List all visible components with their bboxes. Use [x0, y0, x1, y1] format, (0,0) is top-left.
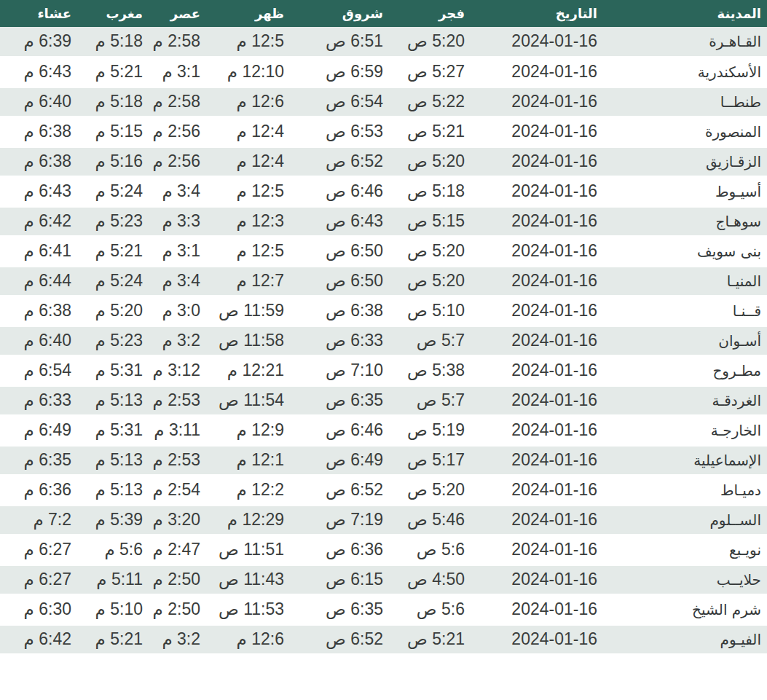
city-cell: الفيـوم — [605, 624, 767, 654]
city-cell: قــنـا — [605, 296, 767, 326]
maghrib-cell: 5:11 م — [79, 565, 150, 594]
table-row: سوهـاج 2024-01-16 5:15 ص 6:43 ص 12:3 م 3… — [0, 206, 767, 236]
asr-cell: 3:11 م — [150, 415, 208, 445]
dhuhr-cell: 12:6 م — [208, 87, 291, 117]
header-row: المدينة التاريخ فجر شروق ظهر عصر مغرب عش… — [0, 0, 767, 27]
sunrise-cell: 6:51 ص — [291, 27, 390, 57]
dhuhr-cell: 12:21 م — [208, 355, 291, 385]
table-row: القـاهـرة 2024-01-16 5:20 ص 6:51 ص 12:5 … — [0, 27, 767, 57]
table-row: أسـوان 2024-01-16 5:7 ص 6:33 ص 11:58 ص 3… — [0, 326, 767, 355]
date-cell: 2024-01-16 — [472, 565, 605, 594]
asr-cell: 3:2 م — [150, 326, 208, 355]
asr-cell: 2:50 م — [150, 565, 208, 594]
fajr-cell: 5:20 ص — [390, 236, 472, 266]
date-cell: 2024-01-16 — [472, 146, 605, 176]
table-row: حلايــب 2024-01-16 4:50 ص 6:15 ص 11:43 ص… — [0, 565, 767, 594]
city-cell: طنطــا — [605, 87, 767, 117]
date-cell: 2024-01-16 — [472, 236, 605, 266]
isha-cell: 6:41 م — [0, 236, 79, 266]
table-row: الغردقـة 2024-01-16 5:7 ص 6:35 ص 11:54 ص… — [0, 385, 767, 415]
city-cell: نويـبع — [605, 535, 767, 565]
table-row: الخارجـة 2024-01-16 5:19 ص 6:46 ص 12:9 م… — [0, 415, 767, 445]
sunrise-cell: 7:10 ص — [291, 355, 390, 385]
isha-cell: 6:42 م — [0, 206, 79, 236]
table-row: بنى سويف 2024-01-16 5:20 ص 6:50 ص 12:5 م… — [0, 236, 767, 266]
sunrise-cell: 6:15 ص — [291, 565, 390, 594]
isha-cell: 6:42 م — [0, 624, 79, 654]
isha-cell: 6:38 م — [0, 296, 79, 326]
date-cell: 2024-01-16 — [472, 57, 605, 87]
dhuhr-cell: 12:29 م — [208, 505, 291, 535]
sunrise-cell: 6:35 ص — [291, 385, 390, 415]
asr-cell: 3:0 م — [150, 296, 208, 326]
city-cell: الخارجـة — [605, 415, 767, 445]
header-sunrise: شروق — [291, 0, 390, 27]
sunrise-cell: 6:53 ص — [291, 117, 390, 146]
dhuhr-cell: 11:58 ص — [208, 326, 291, 355]
city-cell: الســلوم — [605, 505, 767, 535]
dhuhr-cell: 12:9 م — [208, 415, 291, 445]
fajr-cell: 5:7 ص — [390, 385, 472, 415]
dhuhr-cell: 12:7 م — [208, 266, 291, 296]
sunrise-cell: 6:52 ص — [291, 624, 390, 654]
maghrib-cell: 5:15 م — [79, 117, 150, 146]
maghrib-cell: 5:23 م — [79, 206, 150, 236]
sunrise-cell: 6:52 ص — [291, 475, 390, 505]
fajr-cell: 5:18 ص — [390, 176, 472, 206]
city-cell: شرم الشيخ — [605, 594, 767, 624]
date-cell: 2024-01-16 — [472, 206, 605, 236]
date-cell: 2024-01-16 — [472, 624, 605, 654]
asr-cell: 3:12 م — [150, 355, 208, 385]
dhuhr-cell: 12:4 م — [208, 117, 291, 146]
isha-cell: 6:44 م — [0, 266, 79, 296]
asr-cell: 3:3 م — [150, 206, 208, 236]
fajr-cell: 5:46 ص — [390, 505, 472, 535]
isha-cell: 7:2 م — [0, 505, 79, 535]
dhuhr-cell: 11:59 ص — [208, 296, 291, 326]
table-row: المنصورة 2024-01-16 5:21 ص 6:53 ص 12:4 م… — [0, 117, 767, 146]
city-cell: أسـوان — [605, 326, 767, 355]
isha-cell: 6:36 م — [0, 475, 79, 505]
dhuhr-cell: 11:43 ص — [208, 565, 291, 594]
maghrib-cell: 5:13 م — [79, 445, 150, 475]
date-cell: 2024-01-16 — [472, 355, 605, 385]
asr-cell: 2:50 م — [150, 594, 208, 624]
maghrib-cell: 5:13 م — [79, 385, 150, 415]
maghrib-cell: 5:31 م — [79, 415, 150, 445]
city-cell: أسيـوط — [605, 176, 767, 206]
date-cell: 2024-01-16 — [472, 445, 605, 475]
isha-cell: 6:40 م — [0, 326, 79, 355]
sunrise-cell: 6:49 ص — [291, 445, 390, 475]
date-cell: 2024-01-16 — [472, 27, 605, 57]
fajr-cell: 5:15 ص — [390, 206, 472, 236]
dhuhr-cell: 11:53 ص — [208, 594, 291, 624]
header-fajr: فجر — [390, 0, 472, 27]
header-dhuhr: ظهر — [208, 0, 291, 27]
fajr-cell: 5:20 ص — [390, 146, 472, 176]
maghrib-cell: 5:6 م — [79, 535, 150, 565]
asr-cell: 2:47 م — [150, 535, 208, 565]
city-cell: الأسكندرية — [605, 57, 767, 87]
date-cell: 2024-01-16 — [472, 326, 605, 355]
table-body: القـاهـرة 2024-01-16 5:20 ص 6:51 ص 12:5 … — [0, 27, 767, 654]
city-cell: المنصورة — [605, 117, 767, 146]
table-row: طنطــا 2024-01-16 5:22 ص 6:54 ص 12:6 م 2… — [0, 87, 767, 117]
fajr-cell: 5:21 ص — [390, 117, 472, 146]
date-cell: 2024-01-16 — [472, 296, 605, 326]
city-cell: الغردقـة — [605, 385, 767, 415]
dhuhr-cell: 12:6 م — [208, 624, 291, 654]
asr-cell: 2:54 م — [150, 475, 208, 505]
table-row: المنيـا 2024-01-16 5:20 ص 6:50 ص 12:7 م … — [0, 266, 767, 296]
city-cell: المنيـا — [605, 266, 767, 296]
table-header: المدينة التاريخ فجر شروق ظهر عصر مغرب عش… — [0, 0, 767, 27]
isha-cell: 6:30 م — [0, 594, 79, 624]
date-cell: 2024-01-16 — [472, 415, 605, 445]
table-row: دميـاط 2024-01-16 5:20 ص 6:52 ص 12:2 م 2… — [0, 475, 767, 505]
fajr-cell: 5:10 ص — [390, 296, 472, 326]
date-cell: 2024-01-16 — [472, 87, 605, 117]
sunrise-cell: 6:46 ص — [291, 415, 390, 445]
isha-cell: 6:33 م — [0, 385, 79, 415]
asr-cell: 3:4 م — [150, 176, 208, 206]
dhuhr-cell: 12:5 م — [208, 236, 291, 266]
table-row: أسيـوط 2024-01-16 5:18 ص 6:46 ص 12:5 م 3… — [0, 176, 767, 206]
